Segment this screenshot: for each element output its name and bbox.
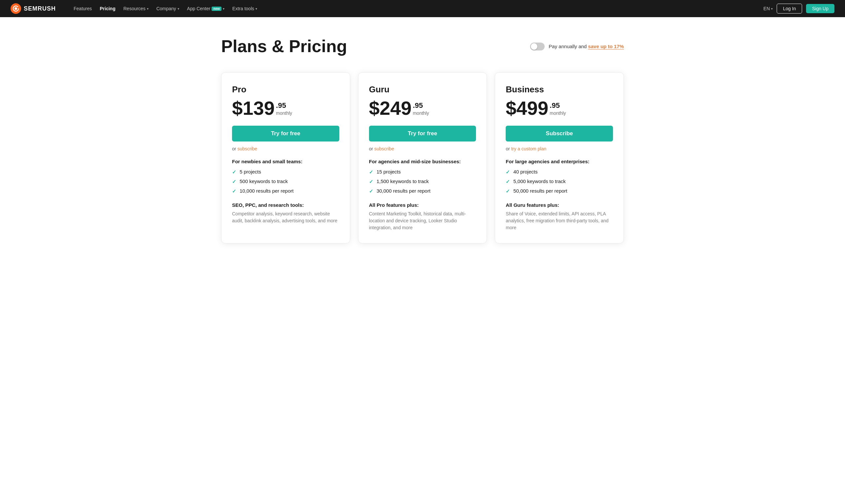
check-icon: ✓ (369, 179, 373, 185)
plan-card-guru: Guru $249 .95 monthly Try for free or su… (358, 72, 487, 244)
plan-price-guru: $249 .95 monthly (369, 98, 476, 118)
plan-card-pro: Pro $139 .95 monthly Try for free or sub… (221, 72, 350, 244)
plan-card-business: Business $499 .95 monthly Subscribe or t… (495, 72, 624, 244)
annual-billing-toggle[interactable] (530, 42, 545, 51)
price-period-business: monthly (550, 110, 566, 116)
business-desc: For large agencies and enterprises: (506, 159, 613, 164)
price-cents-business: .95 (550, 101, 566, 110)
plan-price-business: $499 .95 monthly (506, 98, 613, 118)
check-icon: ✓ (232, 179, 236, 185)
billing-label: Pay annually and save up to 17% (549, 43, 624, 49)
list-item: ✓15 projects (369, 169, 476, 175)
check-icon: ✓ (232, 169, 236, 175)
business-tools-desc: Share of Voice, extended limits, API acc… (506, 211, 613, 231)
business-cta-button[interactable]: Subscribe (506, 126, 613, 142)
list-item: ✓1,500 keywords to track (369, 178, 476, 185)
list-item: ✓40 projects (506, 169, 613, 175)
price-cents-pro: .95 (276, 101, 292, 110)
main-content: Plans & Pricing Pay annually and save up… (208, 17, 637, 270)
check-icon: ✓ (369, 188, 373, 194)
page-header: Plans & Pricing Pay annually and save up… (221, 37, 624, 56)
pro-alt-action: or subscribe (232, 146, 339, 151)
check-icon: ✓ (506, 179, 510, 185)
check-icon: ✓ (506, 169, 510, 175)
nav-item-pricing[interactable]: Pricing (96, 4, 119, 13)
guru-features-list: ✓15 projects ✓1,500 keywords to track ✓3… (369, 169, 476, 194)
signup-button[interactable]: Sign Up (806, 4, 834, 13)
guru-alt-action: or subscribe (369, 146, 476, 151)
price-period-pro: monthly (276, 110, 292, 116)
new-badge: new (212, 6, 221, 11)
guru-cta-button[interactable]: Try for free (369, 126, 476, 142)
list-item: ✓5,000 keywords to track (506, 178, 613, 185)
nav-links: Features Pricing Resources ▾ Company ▾ A… (70, 4, 754, 13)
chevron-down-icon: ▾ (771, 7, 773, 11)
billing-save-text: save up to 17% (588, 43, 624, 49)
nav-actions: EN ▾ Log In Sign Up (763, 4, 834, 14)
toggle-knob (531, 43, 538, 50)
list-item: ✓30,000 results per report (369, 188, 476, 194)
guru-desc: For agencies and mid-size businesses: (369, 159, 476, 164)
nav-item-company[interactable]: Company ▾ (153, 4, 182, 13)
price-main-pro: $139 (232, 98, 275, 118)
business-custom-link[interactable]: try a custom plan (511, 146, 547, 151)
pro-tools-desc: Competitor analysis, keyword research, w… (232, 211, 339, 224)
plan-name-business: Business (506, 85, 613, 95)
chevron-down-icon: ▾ (147, 7, 148, 11)
check-icon: ✓ (506, 188, 510, 194)
billing-toggle-section: Pay annually and save up to 17% (530, 42, 624, 51)
chevron-down-icon: ▾ (223, 7, 225, 11)
page-title: Plans & Pricing (221, 37, 347, 56)
plan-name-pro: Pro (232, 85, 339, 95)
plan-name-guru: Guru (369, 85, 476, 95)
price-main-guru: $249 (369, 98, 411, 118)
nav-item-features[interactable]: Features (70, 4, 95, 13)
pro-features-list: ✓5 projects ✓500 keywords to track ✓10,0… (232, 169, 339, 194)
price-cents-guru: .95 (413, 101, 429, 110)
price-period-guru: monthly (413, 110, 429, 116)
svg-point-1 (15, 7, 17, 10)
list-item: ✓5 projects (232, 169, 339, 175)
guru-tools-title: All Pro features plus: (369, 202, 476, 208)
list-item: ✓10,000 results per report (232, 188, 339, 194)
login-button[interactable]: Log In (777, 4, 802, 14)
price-main-business: $499 (506, 98, 548, 118)
business-alt-action: or try a custom plan (506, 146, 613, 151)
navbar: SEMRUSH Features Pricing Resources ▾ Com… (0, 0, 845, 17)
language-selector[interactable]: EN ▾ (763, 6, 773, 11)
logo[interactable]: SEMRUSH (11, 3, 56, 14)
pro-tools-title: SEO, PPC, and research tools: (232, 202, 339, 208)
list-item: ✓500 keywords to track (232, 178, 339, 185)
nav-item-app-center[interactable]: App Center new ▾ (184, 4, 228, 13)
guru-subscribe-link[interactable]: subscribe (374, 146, 394, 151)
pro-desc: For newbies and small teams: (232, 159, 339, 164)
business-tools-title: All Guru features plus: (506, 202, 613, 208)
plan-price-pro: $139 .95 monthly (232, 98, 339, 118)
nav-item-resources[interactable]: Resources ▾ (120, 4, 152, 13)
semrush-logo-icon (11, 3, 21, 14)
chevron-down-icon: ▾ (256, 7, 257, 11)
list-item: ✓50,000 results per report (506, 188, 613, 194)
guru-tools-desc: Content Marketing Toolkit, historical da… (369, 211, 476, 231)
nav-item-extra-tools[interactable]: Extra tools ▾ (229, 4, 261, 13)
business-features-list: ✓40 projects ✓5,000 keywords to track ✓5… (506, 169, 613, 194)
chevron-down-icon: ▾ (178, 7, 179, 11)
check-icon: ✓ (369, 169, 373, 175)
logo-text: SEMRUSH (24, 5, 56, 12)
check-icon: ✓ (232, 188, 236, 194)
pro-subscribe-link[interactable]: subscribe (237, 146, 257, 151)
pricing-grid: Pro $139 .95 monthly Try for free or sub… (221, 72, 624, 244)
pro-cta-button[interactable]: Try for free (232, 126, 339, 142)
